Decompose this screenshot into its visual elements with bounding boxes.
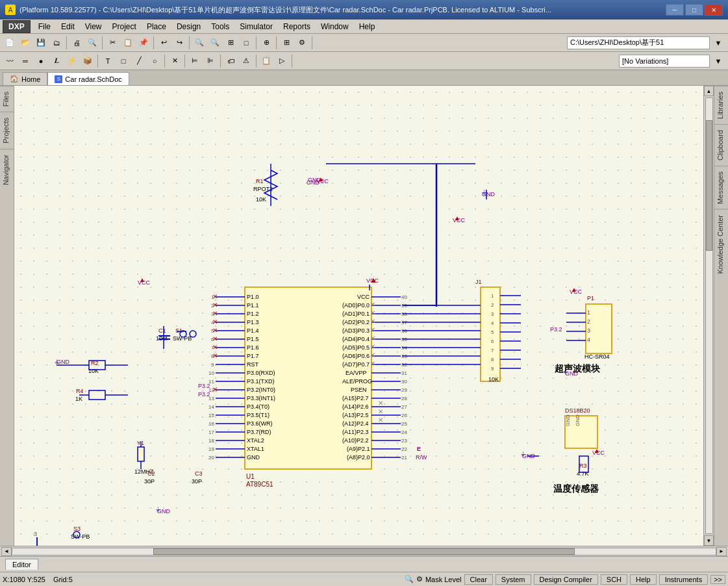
- maximize-button[interactable]: □: [685, 4, 703, 16]
- menu-simulator[interactable]: Simulator: [234, 21, 278, 32]
- power-button[interactable]: ⚡: [65, 54, 79, 68]
- menu-project[interactable]: Project: [107, 21, 142, 32]
- redo-button[interactable]: ↪: [172, 36, 186, 50]
- svg-text:25: 25: [401, 421, 407, 427]
- hierarchy-button[interactable]: ⊞: [279, 36, 294, 50]
- menu-reports[interactable]: Reports: [278, 21, 316, 32]
- save-button[interactable]: 💾: [34, 36, 48, 50]
- place-ellipse-button[interactable]: ○: [147, 54, 162, 68]
- svg-text:✕: ✕: [378, 416, 383, 424]
- menu-edit[interactable]: Edit: [56, 21, 80, 32]
- tab-editor[interactable]: Editor: [5, 559, 38, 570]
- zoom-out-button[interactable]: 🔍: [208, 36, 222, 50]
- tab-car-radar[interactable]: S Car radar.SchDoc: [47, 72, 129, 85]
- sidebar-projects[interactable]: Projects: [0, 112, 14, 149]
- toolbar-separator-13: [292, 55, 292, 68]
- place-text-button[interactable]: T: [101, 54, 115, 68]
- svg-text:3: 3: [491, 311, 494, 317]
- save-all-button[interactable]: 🗂: [49, 36, 64, 50]
- tab-home[interactable]: 🏠 Home: [3, 72, 47, 85]
- path-dropdown-button[interactable]: ▼: [711, 36, 725, 50]
- svg-text:✕: ✕: [378, 400, 383, 407]
- cut-button[interactable]: ✂: [105, 36, 119, 50]
- menu-design[interactable]: Design: [171, 21, 206, 32]
- sch-button[interactable]: SCH: [601, 574, 627, 585]
- net-label-button[interactable]: 𝑳: [49, 54, 64, 68]
- svg-text:2: 2: [587, 318, 590, 325]
- scroll-down-button[interactable]: ▼: [704, 535, 714, 546]
- vertical-scrollbar[interactable]: ▲ ▼: [703, 86, 714, 546]
- variations-dropdown-btn[interactable]: ▼: [711, 54, 725, 68]
- compile-button[interactable]: ⚙: [295, 36, 309, 50]
- svg-rect-134: [481, 287, 500, 381]
- align-right-button[interactable]: ⊫: [203, 54, 218, 68]
- path-field[interactable]: C:\Users\ZHI\Desktop\基于51: [567, 36, 710, 49]
- menu-file[interactable]: File: [33, 21, 56, 32]
- undo-button[interactable]: ↩: [157, 36, 171, 50]
- toolbar-1: 📄 📂 💾 🗂 🖨 🔍 ✂ 📋 📌 ↩ ↪ 🔍 🔍 ⊞ □ ⊕ ⊞ ⚙ C:\U…: [0, 34, 728, 52]
- svg-text:6: 6: [491, 338, 494, 344]
- paste-button[interactable]: 📌: [136, 36, 151, 50]
- port-button[interactable]: ▷: [275, 54, 289, 68]
- svg-text:超声波模块: 超声波模块: [555, 363, 601, 374]
- sheet-sym-button[interactable]: 📋: [259, 54, 273, 68]
- clear-button[interactable]: Clear: [464, 574, 493, 585]
- svg-text:40: 40: [401, 294, 407, 300]
- svg-text:P1.0: P1.0: [247, 294, 259, 300]
- scroll-track[interactable]: [705, 97, 713, 534]
- annotate-button[interactable]: 🏷: [223, 54, 238, 68]
- close-button[interactable]: ✕: [705, 4, 723, 16]
- menu-view[interactable]: View: [80, 21, 107, 32]
- menu-place[interactable]: Place: [142, 21, 171, 32]
- design-compiler-button[interactable]: Design Compiler: [534, 574, 598, 585]
- svg-text:✕: ✕: [212, 310, 218, 317]
- instruments-button[interactable]: Instruments: [659, 574, 708, 585]
- svg-text:⏚: ⏚: [55, 357, 59, 365]
- new-button[interactable]: 📄: [3, 36, 17, 50]
- open-button[interactable]: 📂: [18, 36, 32, 50]
- zoom-in-button[interactable]: 🔍: [192, 36, 207, 50]
- zoom-fit-button[interactable]: ⊞: [223, 36, 238, 50]
- delete-button[interactable]: ✕: [168, 54, 182, 68]
- sidebar-messages[interactable]: Messages: [714, 166, 728, 209]
- part-button[interactable]: 📦: [81, 54, 95, 68]
- junction-button[interactable]: ●: [34, 54, 48, 68]
- h-scroll-track[interactable]: [12, 548, 716, 555]
- svg-text:1: 1: [491, 293, 494, 299]
- menu-tools[interactable]: Tools: [206, 21, 234, 32]
- scroll-right-button[interactable]: ►: [716, 547, 727, 556]
- scroll-up-button[interactable]: ▲: [704, 86, 714, 96]
- cross-probe-button[interactable]: ⊕: [259, 36, 273, 50]
- sidebar-clipboard[interactable]: Clipboard: [714, 124, 728, 166]
- system-button[interactable]: System: [496, 574, 531, 585]
- schematic-canvas[interactable]: U1 AT89C51 P1.0 1 P1.1 2 P1.2 3 P1.3 4 P…: [14, 86, 703, 546]
- menu-window[interactable]: Window: [316, 21, 354, 32]
- menu-help[interactable]: Help: [354, 21, 381, 32]
- sidebar-libraries[interactable]: Libraries: [714, 86, 728, 124]
- wire-button[interactable]: 〰: [3, 54, 17, 68]
- help-status-button[interactable]: Help: [630, 574, 657, 585]
- zoom-select-button[interactable]: □: [239, 36, 253, 50]
- erc-button[interactable]: ⚠: [239, 54, 253, 68]
- svg-text:AT89C51: AT89C51: [246, 481, 273, 488]
- align-left-button[interactable]: ⊨: [188, 54, 202, 68]
- sidebar-navigator[interactable]: Navigator: [0, 149, 14, 190]
- expand-button[interactable]: >>: [710, 575, 725, 584]
- minimize-button[interactable]: ─: [666, 4, 684, 16]
- print-preview-button[interactable]: 🔍: [85, 36, 99, 50]
- horizontal-scrollbar[interactable]: ◄ ►: [0, 546, 728, 556]
- bus-button[interactable]: ═: [18, 54, 32, 68]
- svg-text:✕: ✕: [378, 408, 383, 415]
- no-variations-dropdown[interactable]: [No Variations]: [619, 55, 710, 68]
- sidebar-knowledge-center[interactable]: Knowledge Center: [714, 209, 728, 279]
- toolbar-separator-1: [66, 36, 67, 49]
- scroll-left-button[interactable]: ◄: [1, 547, 12, 556]
- copy-button[interactable]: 📋: [121, 36, 135, 50]
- place-rect-button[interactable]: □: [116, 54, 131, 68]
- print-button[interactable]: 🖨: [69, 36, 84, 50]
- svg-text:PSEN: PSEN: [351, 387, 367, 393]
- sidebar-files[interactable]: Files: [0, 86, 14, 112]
- mask-level-label: Mask Level: [425, 576, 462, 583]
- dxp-button[interactable]: DXP: [3, 20, 31, 33]
- place-line-button[interactable]: ╱: [132, 54, 146, 68]
